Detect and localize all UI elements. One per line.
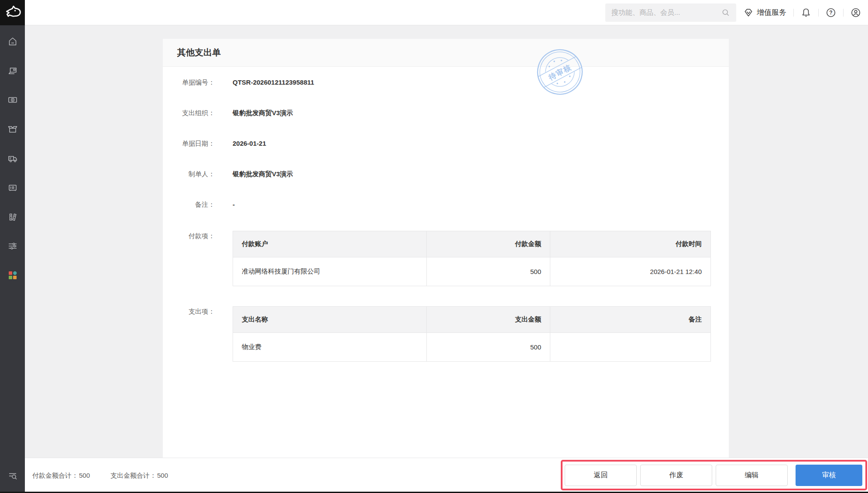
- field-label: 支出组织：: [163, 109, 215, 117]
- footer-action-bar: 付款金额合计：500 支出金额合计：500 返回 作废 编辑 审核: [25, 458, 868, 493]
- expense-total: 支出金额合计：500: [110, 472, 168, 480]
- payment-account-cell: 准动网络科技厦门有限公司: [233, 257, 427, 286]
- table-header-row: 支出名称 支出金额 备注: [233, 307, 711, 333]
- notifications-button[interactable]: [801, 7, 811, 18]
- find-function-icon[interactable]: [7, 470, 18, 481]
- expense-detail-card: 其他支出单 待审核 单: [163, 39, 729, 458]
- help-icon: ?: [826, 7, 836, 18]
- page-title: 其他支出单: [177, 47, 221, 58]
- hardware-icon[interactable]: [7, 182, 18, 193]
- field-value: 2026-01-21: [233, 139, 266, 147]
- void-button[interactable]: 作废: [640, 465, 712, 486]
- column-header: 支出金额: [427, 307, 550, 333]
- ledger-icon[interactable]: [7, 212, 18, 222]
- column-header: 付款账户: [233, 231, 427, 257]
- column-header: 付款金额: [427, 231, 550, 257]
- field-label: 制单人：: [163, 170, 215, 178]
- payment-total-value: 500: [79, 472, 90, 479]
- section-label: 付款项：: [163, 231, 215, 286]
- divider: [793, 9, 794, 17]
- home-icon[interactable]: [7, 36, 18, 47]
- field-label: 单据编号：: [163, 78, 215, 86]
- global-search[interactable]: [605, 3, 736, 22]
- field-bill-date: 单据日期： 2026-01-21: [163, 139, 729, 147]
- expense-total-value: 500: [157, 472, 168, 479]
- leopard-logo-icon: [3, 3, 22, 22]
- search-input[interactable]: [611, 9, 721, 17]
- value-added-services[interactable]: 增值服务: [743, 7, 786, 18]
- field-value: -: [233, 200, 235, 209]
- payment-time-cell: 2026-01-21 12:40: [550, 257, 711, 286]
- column-header: 备注: [550, 307, 711, 333]
- table-row: 准动网络科技厦门有限公司 500 2026-01-21 12:40: [233, 257, 711, 286]
- field-label: 备注：: [163, 200, 215, 209]
- edit-button[interactable]: 编辑: [716, 465, 788, 486]
- back-button[interactable]: 返回: [565, 465, 637, 486]
- table-row: 物业费 500: [233, 333, 711, 362]
- section-label: 支出项：: [163, 306, 215, 362]
- payment-total: 付款金额合计：500: [31, 472, 90, 480]
- expense-remark-cell: [550, 333, 711, 362]
- help-button[interactable]: ?: [826, 7, 836, 18]
- pospal-logo[interactable]: [0, 0, 25, 25]
- highlight-annotation: 返回 作废 编辑 审核: [561, 460, 867, 490]
- expense-total-label: 支出金额合计：: [110, 472, 156, 479]
- top-bar: 增值服务 ?: [0, 0, 868, 25]
- account-button[interactable]: [851, 7, 861, 18]
- left-sidebar-nav: [0, 25, 25, 493]
- apps-icon[interactable]: [7, 270, 18, 281]
- svg-text:?: ?: [829, 10, 832, 16]
- expense-amount-cell: 500: [427, 333, 550, 362]
- divider: [843, 9, 844, 17]
- table-header-row: 付款账户 付款金额 付款时间: [233, 231, 711, 257]
- totals: 付款金额合计：500 支出金额合计：500: [31, 472, 168, 480]
- field-bill-number: 单据编号： QTSR-20260121123958811: [163, 78, 729, 86]
- pos-terminal-icon[interactable]: [7, 65, 18, 76]
- divider: [818, 9, 819, 17]
- field-label: 单据日期：: [163, 139, 215, 147]
- products-icon[interactable]: [7, 124, 18, 134]
- column-header: 支出名称: [233, 307, 427, 333]
- payment-total-label: 付款金额合计：: [32, 472, 78, 479]
- finance-icon[interactable]: [7, 95, 18, 105]
- expense-items-section: 支出项： 支出名称 支出金额 备注 物业费 500: [163, 306, 729, 362]
- pending-review-stamp: 待审核: [534, 46, 586, 98]
- field-remark: 备注： -: [163, 200, 729, 209]
- settings-icon[interactable]: [7, 241, 18, 251]
- field-expense-org: 支出组织： 银豹批发商贸V3演示: [163, 109, 729, 117]
- expense-items-table: 支出名称 支出金额 备注 物业费 500: [233, 306, 711, 362]
- field-creator: 制单人： 银豹批发商贸V3演示: [163, 170, 729, 178]
- field-value: QTSR-20260121123958811: [233, 78, 314, 86]
- card-header: 其他支出单: [163, 39, 729, 67]
- payment-items-section: 付款项： 付款账户 付款金额 付款时间 准动网络科技厦门有限公司 500 202…: [163, 231, 729, 286]
- bell-icon: [801, 7, 811, 18]
- payment-items-table: 付款账户 付款金额 付款时间 准动网络科技厦门有限公司 500 2026-01-…: [233, 231, 711, 286]
- search-icon[interactable]: [721, 8, 730, 17]
- audit-button[interactable]: 审核: [796, 465, 862, 486]
- gem-icon: [743, 7, 754, 18]
- field-value: 银豹批发商贸V3演示: [233, 109, 293, 117]
- column-header: 付款时间: [550, 231, 711, 257]
- field-value: 银豹批发商贸V3演示: [233, 170, 293, 178]
- account-icon: [851, 7, 861, 18]
- vas-label: 增值服务: [757, 7, 786, 17]
- delivery-icon[interactable]: [7, 153, 18, 164]
- payment-amount-cell: 500: [427, 257, 550, 286]
- expense-name-cell: 物业费: [233, 333, 427, 362]
